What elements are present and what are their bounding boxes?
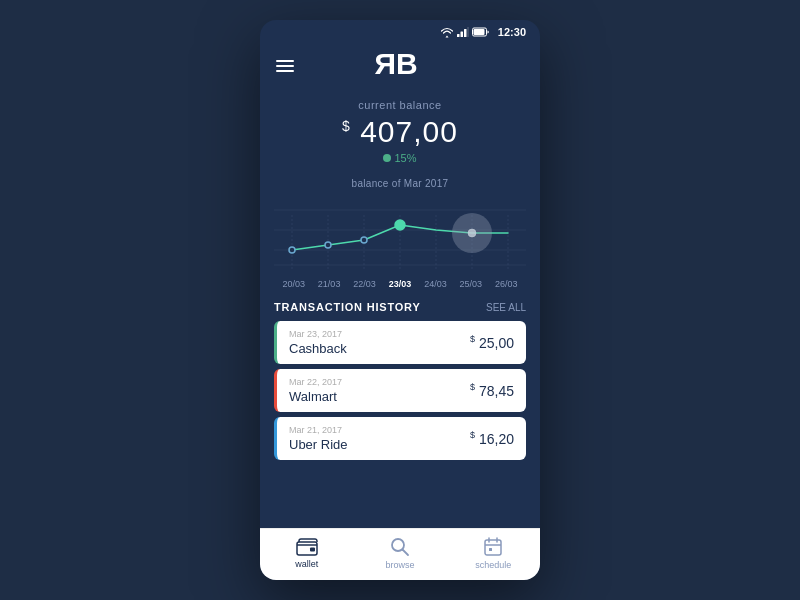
app-logo: R B	[372, 44, 422, 87]
wallet-icon	[296, 538, 318, 556]
calendar-icon	[483, 537, 503, 557]
chart-point-active	[395, 220, 405, 230]
transaction-card-1[interactable]: Mar 22, 2017 Walmart $ 78,45	[274, 369, 526, 412]
see-all-button[interactable]: SEE ALL	[486, 302, 526, 313]
signal-icon	[457, 27, 469, 38]
battery-icon	[472, 27, 490, 37]
transactions-header: TRANSACTION HISTORY SEE ALL	[274, 301, 526, 313]
search-icon	[390, 537, 410, 557]
svg-rect-1	[460, 31, 463, 37]
chart-label-5: 25/03	[453, 279, 488, 289]
transaction-date-1: Mar 22, 2017	[289, 377, 342, 387]
balance-currency: $	[342, 118, 351, 134]
signal-icons	[440, 27, 490, 38]
top-bar: R B	[260, 40, 540, 95]
svg-text:R: R	[374, 47, 396, 80]
chart-label-4: 24/03	[418, 279, 453, 289]
nav-wallet-label: wallet	[295, 559, 318, 569]
transaction-card-0[interactable]: Mar 23, 2017 Cashback $ 25,00	[274, 321, 526, 364]
change-indicator	[383, 154, 391, 162]
balance-section: current balance $ 407,00 15%	[260, 95, 540, 172]
transaction-name-2: Uber Ride	[289, 437, 348, 452]
svg-rect-23	[485, 540, 501, 555]
svg-text:B: B	[396, 47, 417, 80]
transaction-currency-2: $	[470, 430, 475, 440]
wifi-icon	[440, 27, 454, 38]
chart-section: balance of Mar 2017	[260, 172, 540, 293]
svg-line-22	[402, 550, 408, 556]
chart-label-6: 26/03	[489, 279, 524, 289]
menu-button[interactable]	[276, 60, 294, 72]
phone-container: 12:30 R B current balance $ 407,00	[260, 20, 540, 580]
chart-point-3	[361, 237, 367, 243]
transaction-name-1: Walmart	[289, 389, 342, 404]
svg-rect-27	[489, 548, 492, 551]
transactions-section: TRANSACTION HISTORY SEE ALL Mar 23, 2017…	[260, 293, 540, 528]
nav-wallet[interactable]: wallet	[260, 538, 353, 569]
transaction-left-1: Mar 22, 2017 Walmart	[289, 377, 342, 404]
chart-label-3: 23/03	[382, 279, 417, 289]
chart-label-2: 22/03	[347, 279, 382, 289]
transaction-date-0: Mar 23, 2017	[289, 329, 347, 339]
balance-amount: $ 407,00	[260, 115, 540, 149]
transaction-currency-0: $	[470, 334, 475, 344]
transactions-title: TRANSACTION HISTORY	[274, 301, 421, 313]
transaction-name-0: Cashback	[289, 341, 347, 356]
transaction-currency-1: $	[470, 382, 475, 392]
bottom-nav: wallet browse schedule	[260, 528, 540, 580]
chart-point-2	[325, 242, 331, 248]
transaction-value-0: 25,00	[479, 335, 514, 351]
balance-label: current balance	[260, 99, 540, 111]
svg-rect-3	[467, 27, 468, 37]
chart-label-0: 20/03	[276, 279, 311, 289]
svg-rect-0	[457, 34, 460, 37]
chart-point-5	[468, 229, 476, 237]
transaction-value-1: 78,45	[479, 383, 514, 399]
nav-schedule-label: schedule	[475, 560, 511, 570]
status-bar: 12:30	[260, 20, 540, 40]
transaction-date-2: Mar 21, 2017	[289, 425, 348, 435]
chart-svg	[274, 195, 526, 275]
chart-point-1	[289, 247, 295, 253]
transaction-amount-2: $ 16,20	[470, 430, 514, 447]
logo-svg: R B	[372, 44, 422, 80]
nav-schedule[interactable]: schedule	[447, 537, 540, 570]
nav-browse[interactable]: browse	[353, 537, 446, 570]
transaction-value-2: 16,20	[479, 431, 514, 447]
transaction-left-2: Mar 21, 2017 Uber Ride	[289, 425, 348, 452]
svg-rect-2	[464, 29, 467, 37]
transaction-left-0: Mar 23, 2017 Cashback	[289, 329, 347, 356]
chart-labels: 20/03 21/03 22/03 23/03 24/03 25/03 26/0…	[274, 275, 526, 289]
transaction-card-2[interactable]: Mar 21, 2017 Uber Ride $ 16,20	[274, 417, 526, 460]
transaction-amount-0: $ 25,00	[470, 334, 514, 351]
chart-title: balance of Mar 2017	[274, 178, 526, 189]
svg-rect-5	[473, 29, 484, 35]
status-time: 12:30	[498, 26, 526, 38]
balance-change: 15%	[260, 152, 540, 164]
transaction-amount-1: $ 78,45	[470, 382, 514, 399]
chart-label-1: 21/03	[311, 279, 346, 289]
change-percent: 15%	[394, 152, 416, 164]
balance-value: 407,00	[360, 115, 458, 148]
nav-browse-label: browse	[385, 560, 414, 570]
chart-container	[274, 195, 526, 275]
svg-rect-20	[310, 548, 315, 552]
